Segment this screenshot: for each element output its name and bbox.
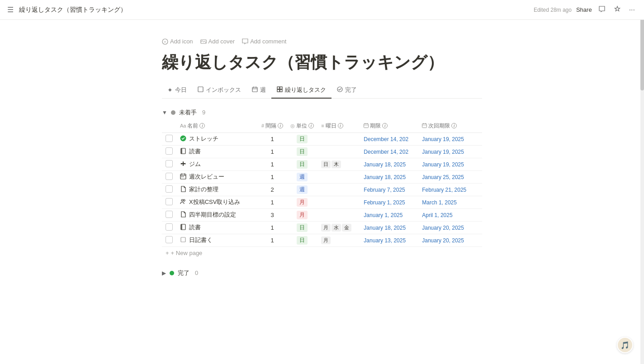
row-day	[317, 196, 360, 208]
row-due[interactable]: January 13, 2025	[360, 234, 418, 246]
row-check[interactable]	[162, 208, 176, 221]
row-check[interactable]	[162, 132, 176, 145]
more-icon[interactable]: ···	[627, 4, 637, 16]
day-badge: 金	[342, 224, 351, 232]
checkbox[interactable]	[166, 160, 173, 167]
day-badge: 木	[331, 161, 341, 168]
row-next[interactable]: February 21, 2025	[418, 183, 482, 196]
checkbox[interactable]	[166, 211, 173, 218]
th-next-label: 次回期限	[428, 122, 450, 130]
task-name-label: 四半期目標の設定	[189, 211, 236, 219]
due-date: January 18, 2025	[364, 174, 406, 180]
group-header-done[interactable]: ▶ 完了 0	[162, 266, 482, 280]
row-due[interactable]: December 14, 202	[360, 145, 418, 158]
checkbox[interactable]	[166, 173, 173, 180]
row-due[interactable]: January 18, 2025	[360, 170, 418, 183]
svg-rect-3	[198, 87, 203, 92]
row-interval: 1	[258, 158, 287, 170]
row-next[interactable]: January 20, 2025	[418, 234, 482, 246]
row-next[interactable]: January 19, 2025	[418, 145, 482, 158]
task-name-label: 読書	[189, 147, 201, 156]
next-date: January 25, 2025	[422, 174, 464, 180]
row-check[interactable]	[162, 170, 176, 183]
due-date: January 1, 2025	[364, 212, 402, 218]
row-due[interactable]: February 1, 2025	[360, 196, 418, 208]
comment-icon[interactable]	[597, 4, 607, 16]
row-next[interactable]: January 20, 2025	[418, 221, 482, 234]
svg-point-32	[181, 199, 183, 201]
add-icon-action[interactable]: + Add icon	[162, 38, 193, 45]
table-row[interactable]: 家計の整理 2 週 February 7, 2025 February 21, …	[162, 183, 482, 196]
row-check[interactable]	[162, 158, 176, 170]
row-check[interactable]	[162, 196, 176, 208]
row-due[interactable]: January 18, 2025	[360, 158, 418, 170]
row-unit: 日	[287, 158, 317, 170]
task-icon	[180, 199, 186, 206]
row-due[interactable]: December 14, 202	[360, 132, 418, 145]
row-name[interactable]: 四半期目標の設定	[176, 208, 258, 221]
share-button[interactable]: Share	[576, 6, 592, 13]
table-row[interactable]: ストレッチ 1 日 December 14, 202 January 19, 2…	[162, 132, 482, 145]
row-next[interactable]: January 19, 2025	[418, 132, 482, 145]
th-name-icon: Aa	[180, 123, 186, 128]
tab-repeat[interactable]: 繰り返しタスク	[271, 82, 331, 99]
tab-inbox-label: インボックス	[206, 86, 241, 94]
row-name[interactable]: ジム	[176, 158, 258, 170]
tab-today[interactable]: ✦ 今日	[162, 82, 192, 99]
tab-week[interactable]: 週	[246, 82, 271, 99]
table-row[interactable]: 四半期目標の設定 3 月 January 1, 2025 April 1, 20…	[162, 208, 482, 221]
row-next[interactable]: April 1, 2025	[418, 208, 482, 221]
checkbox[interactable]	[166, 198, 173, 205]
svg-rect-31	[183, 176, 184, 177]
checkbox[interactable]	[166, 185, 173, 193]
task-name-label: ストレッチ	[189, 135, 218, 143]
add-cover-action[interactable]: Add cover	[200, 38, 235, 45]
group-header-todo[interactable]: ▼ 未着手 9	[162, 106, 482, 119]
row-check[interactable]	[162, 221, 176, 234]
next-date: January 19, 2025	[422, 149, 464, 155]
task-name-label: ジム	[189, 160, 201, 168]
tab-done[interactable]: 完了	[331, 82, 362, 99]
th-due-icon	[364, 123, 369, 129]
table-row[interactable]: 週次レビュー 1 週 January 18, 2025 January 25, …	[162, 170, 482, 183]
table-row[interactable]: X投稿CSV取り込み 1 月 February 1, 2025 March 1,…	[162, 196, 482, 208]
tab-inbox[interactable]: インボックス	[192, 82, 246, 99]
checkbox[interactable]	[166, 135, 173, 142]
row-name[interactable]: 読書	[176, 145, 258, 158]
checkbox[interactable]	[166, 147, 173, 155]
table-row[interactable]: 読書 1 日 月水金 January 18, 2025 January 20, …	[162, 221, 482, 234]
task-name-label: 週次レビュー	[189, 173, 224, 181]
add-comment-action[interactable]: Add comment	[242, 38, 286, 45]
tasks-tbody: ストレッチ 1 日 December 14, 202 January 19, 2…	[162, 132, 482, 246]
row-name[interactable]: 家計の整理	[176, 183, 258, 196]
row-name[interactable]: 週次レビュー	[176, 170, 258, 183]
table-row[interactable]: ジム 1 日 日木 January 18, 2025 January 19, 2…	[162, 158, 482, 170]
table-row[interactable]: 読書 1 日 December 14, 202 January 19, 2025	[162, 145, 482, 158]
row-check[interactable]	[162, 145, 176, 158]
row-next[interactable]: January 25, 2025	[418, 170, 482, 183]
checkbox[interactable]	[166, 223, 173, 231]
unit-badge: 週	[297, 185, 308, 194]
row-due[interactable]: February 7, 2025	[360, 183, 418, 196]
row-check[interactable]	[162, 183, 176, 196]
th-interval-icon: #	[261, 123, 264, 128]
group-label-todo: 未着手	[179, 109, 197, 117]
row-due[interactable]: January 18, 2025	[360, 221, 418, 234]
menu-icon[interactable]: ☰	[7, 5, 14, 14]
row-due[interactable]: January 1, 2025	[360, 208, 418, 221]
row-name[interactable]: 読書	[176, 221, 258, 234]
row-next[interactable]: January 19, 2025	[418, 158, 482, 170]
checkbox[interactable]	[166, 236, 173, 243]
scrollbar[interactable]	[640, 0, 644, 316]
table-row[interactable]: 日記書く 1 日 月 January 13, 2025 January 20, …	[162, 234, 482, 246]
row-name[interactable]: 日記書く	[176, 234, 258, 246]
new-page-button[interactable]: + + New page	[162, 247, 482, 259]
row-name[interactable]: X投稿CSV取り込み	[176, 196, 258, 208]
row-name[interactable]: ストレッチ	[176, 132, 258, 145]
row-day: 月水金	[317, 221, 360, 234]
group-dot-todo	[171, 110, 175, 115]
row-next[interactable]: March 1, 2025	[418, 196, 482, 208]
unit-badge: 日	[297, 135, 308, 143]
row-check[interactable]	[162, 234, 176, 246]
star-icon[interactable]	[612, 4, 623, 16]
